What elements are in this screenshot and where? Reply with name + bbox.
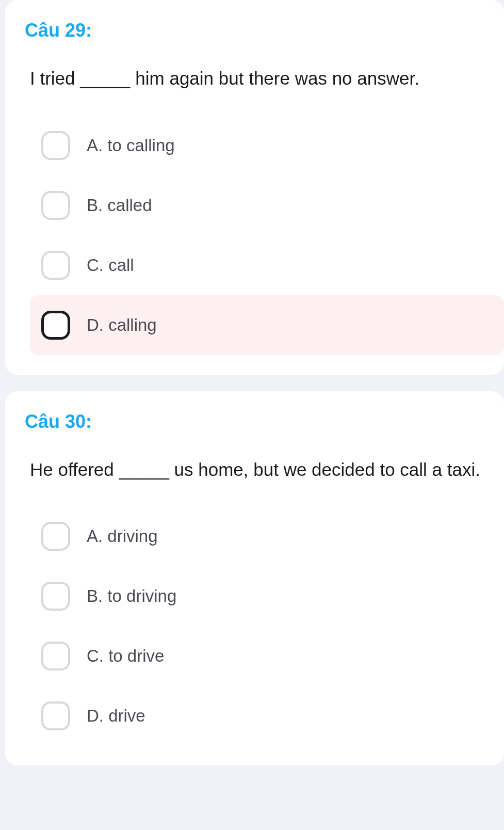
option-label: B. to driving bbox=[87, 586, 176, 606]
checkbox-icon[interactable] bbox=[41, 522, 70, 551]
option-d[interactable]: D. calling bbox=[30, 295, 504, 355]
option-label: B. called bbox=[87, 196, 152, 215]
option-label: D. drive bbox=[87, 706, 145, 726]
checkbox-icon[interactable] bbox=[41, 191, 70, 220]
checkbox-icon[interactable] bbox=[41, 131, 70, 160]
checkbox-icon[interactable] bbox=[41, 642, 70, 671]
option-c[interactable]: C. call bbox=[25, 235, 504, 295]
option-b[interactable]: B. to driving bbox=[25, 566, 504, 626]
options-container: A. to calling B. called C. call D. calli… bbox=[25, 116, 504, 355]
question-text: I tried _____ him again but there was no… bbox=[25, 63, 504, 94]
question-text: He offered _____ us home, but we decided… bbox=[25, 454, 504, 485]
option-label: C. to drive bbox=[87, 646, 164, 666]
option-label: D. calling bbox=[87, 315, 157, 335]
options-container: A. driving B. to driving C. to drive D. … bbox=[25, 506, 504, 746]
option-b[interactable]: B. called bbox=[25, 175, 504, 235]
checkbox-icon[interactable] bbox=[41, 311, 70, 340]
question-title: Câu 30: bbox=[25, 411, 504, 433]
option-label: C. call bbox=[87, 256, 134, 275]
checkbox-icon[interactable] bbox=[41, 251, 70, 280]
checkbox-icon[interactable] bbox=[41, 582, 70, 611]
question-card-29: Câu 29: I tried _____ him again but ther… bbox=[5, 0, 504, 375]
question-title: Câu 29: bbox=[25, 20, 504, 41]
option-label: A. driving bbox=[87, 526, 158, 546]
option-a[interactable]: A. to calling bbox=[25, 116, 504, 175]
option-a[interactable]: A. driving bbox=[25, 506, 504, 566]
option-d[interactable]: D. drive bbox=[25, 686, 504, 746]
question-card-30: Câu 30: He offered _____ us home, but we… bbox=[5, 391, 504, 766]
checkbox-icon[interactable] bbox=[41, 701, 70, 730]
option-label: A. to calling bbox=[87, 136, 175, 155]
option-c[interactable]: C. to drive bbox=[25, 626, 504, 686]
